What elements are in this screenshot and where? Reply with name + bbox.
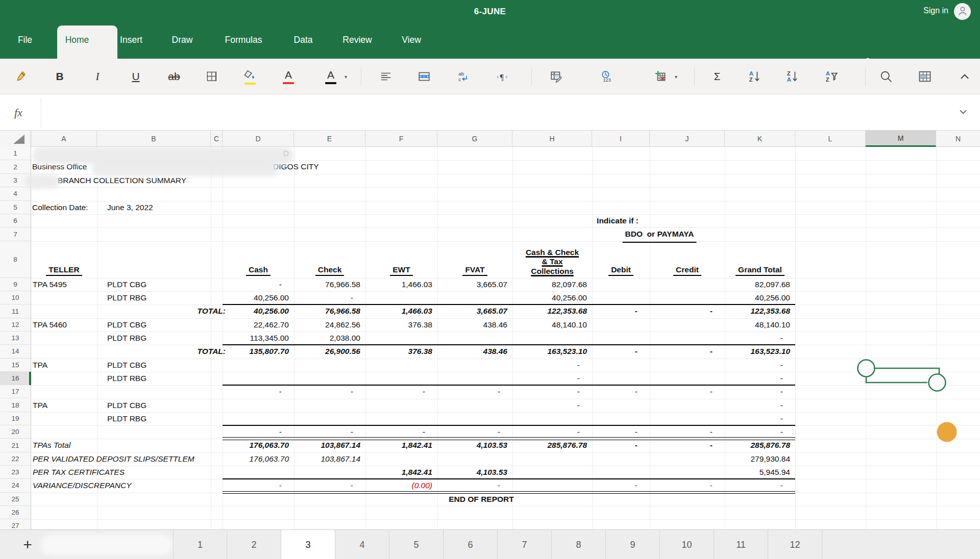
cell-r14-E[interactable]: 26,900.56 [325,345,360,358]
sheet-tab-7[interactable]: 7 [498,530,552,559]
row-header-14[interactable]: 14 [0,345,31,358]
strikethrough-button[interactable]: ab [161,62,187,91]
add-sheet-button[interactable]: + [14,530,41,559]
cell-r11-K[interactable]: 122,353.68 [750,304,790,318]
cell-r20-D[interactable]: - [279,425,282,439]
collapse-ribbon-button[interactable] [951,62,978,91]
sheet-grid[interactable]: ABCDEFGHIJKLMN 1234567891011121314151617… [0,131,980,529]
cell-r20-E[interactable]: - [351,425,353,439]
row-header-26[interactable]: 26 [0,506,31,519]
ribbon-tab-insert[interactable]: Insert [120,23,142,57]
cell-r21-G[interactable]: 4,103.53 [477,439,507,452]
format-as-table-button[interactable] [543,62,570,91]
cell-r12-E[interactable]: 24,862.56 [325,318,360,332]
cell-r10-K[interactable]: 40,256.00 [755,291,790,304]
cell-r22-D[interactable]: 176,063.70 [249,452,289,466]
cell-r21-E[interactable]: 103,867.14 [321,439,360,452]
sheet-tab-3[interactable]: 3 [281,530,335,559]
sheet-tab-12[interactable]: 12 [768,530,822,559]
column-header-B[interactable]: B [97,131,211,147]
cell-r6[interactable]: Indicate if : [597,214,639,227]
formula-input[interactable] [47,95,940,131]
cell-r12-H[interactable]: 48,140.10 [552,318,587,332]
cell-r8-H[interactable]: Cash & Check & Tax Collections [512,241,592,278]
cell-r14-K[interactable]: 163,523.10 [750,345,790,358]
cell-r17-I[interactable]: - [635,385,638,398]
cell-r17-G[interactable]: - [498,385,500,398]
paragraph-marks-button[interactable]: ›¶‹ [489,62,516,91]
row-header-13[interactable]: 13 [0,332,31,345]
italic-button[interactable]: I [84,62,111,91]
cell-r24-I[interactable]: - [635,479,638,492]
cell-r12-G[interactable]: 438.46 [483,318,507,332]
cell-r17-D[interactable]: - [279,385,282,398]
cell-r18[interactable]: PLDT CBG [107,399,146,412]
cell-r8-J[interactable]: Credit [650,241,725,278]
sheet-tab-5[interactable]: 5 [389,530,444,559]
cell-r10-D[interactable]: 40,256.00 [254,291,289,304]
cell-r9-E[interactable]: 76,966.58 [325,278,360,291]
cell-r20-K[interactable]: - [780,425,783,439]
cell-r17-F[interactable]: - [423,385,425,398]
cell-r12[interactable]: PLDT CBG [107,318,146,332]
sheet-tab-10[interactable]: 10 [660,530,714,559]
column-header-L[interactable]: L [795,131,866,147]
cell-r23-A[interactable]: PER TAX CERTIFICATES [33,466,125,479]
cell-r20-I[interactable]: - [635,425,638,439]
cell-r12-A[interactable]: TPA 5460 [33,318,67,332]
borders-button[interactable] [199,62,225,91]
cell-r20-G[interactable]: - [498,425,500,439]
row-header-12[interactable]: 12 [0,318,31,332]
row-header-15[interactable]: 15 [0,359,31,372]
cell-r16-H[interactable]: - [577,372,580,385]
ribbon-tab-formulas[interactable]: Formulas [225,23,262,57]
cell-r9-H[interactable]: 82,097.68 [552,278,587,291]
cell-r22-E[interactable]: 103,867.14 [321,452,360,466]
underline-button[interactable]: U [122,62,149,91]
cell-r21-K[interactable]: 285,876.78 [750,439,790,452]
column-header-N[interactable]: N [936,131,980,147]
merge-cells-button[interactable] [411,62,437,91]
font-color-more-button[interactable]: A▾ [317,62,344,91]
row-header-17[interactable]: 17 [0,385,31,398]
row-header-21[interactable]: 21 [0,439,31,452]
cell-r24-G[interactable]: - [498,479,500,492]
cell-r8-E[interactable]: Check [294,241,365,278]
cell-r17-E[interactable]: - [351,385,353,398]
cell-r23-G[interactable]: 4,103.53 [477,466,507,479]
cell-r21-D[interactable]: 176,063.70 [249,439,289,452]
cell-r14-J[interactable]: - [710,345,713,358]
row-header-18[interactable]: 18 [0,399,31,412]
bold-button[interactable]: B [46,62,73,91]
row-header-23[interactable]: 23 [0,466,31,479]
row-header-1[interactable]: 1 [0,147,31,160]
column-header-C[interactable]: C [211,131,223,147]
cell-r14-I[interactable]: - [635,345,638,358]
cell-r18-H[interactable]: - [577,399,580,412]
cell-r7[interactable]: BDO or PAYMAYA [623,227,697,241]
cell-r25[interactable]: END OF REPORT [449,493,513,506]
cell-r9-D[interactable]: - [279,278,282,291]
ribbon-tab-home[interactable]: Home [65,23,89,57]
ribbon-tab-file[interactable]: File [18,23,32,57]
ribbon-tab-data[interactable]: Data [294,23,313,57]
column-header-M[interactable]: M [866,131,936,147]
number-format-button[interactable]: 123 [593,62,620,91]
sheet-tab-8[interactable]: 8 [552,530,606,559]
cell-r13[interactable]: PLDT RBG [107,332,146,345]
row-header-16[interactable]: 16 [0,372,31,385]
cell-r14-H[interactable]: 163,523.10 [547,345,587,358]
row-header-9[interactable]: 9 [0,278,31,291]
cell-r10-H[interactable]: 40,256.00 [552,291,587,304]
cell-r18-K[interactable]: - [780,399,783,412]
column-header-J[interactable]: J [650,131,725,147]
cell-r23-K[interactable]: 5,945.94 [760,466,790,479]
column-header-F[interactable]: F [365,131,437,147]
account-avatar[interactable] [954,3,971,20]
cell-r15-H[interactable]: - [577,359,580,372]
cell-r11-F[interactable]: 1,466.03 [402,304,432,318]
cell-r20-J[interactable]: - [710,425,713,439]
cell-r9-K[interactable]: 82,097.68 [755,278,790,291]
row-header-19[interactable]: 19 [0,412,31,425]
row-header-11[interactable]: 11 [0,304,31,318]
